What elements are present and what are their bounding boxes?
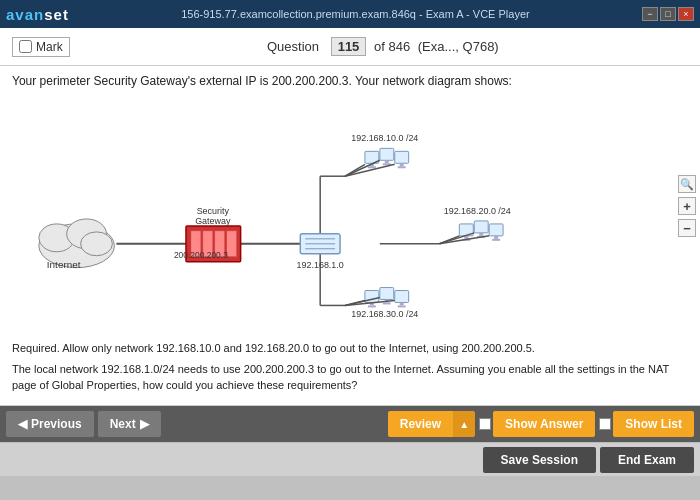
show-list-group: Show List <box>599 411 694 437</box>
review-group: Review ▲ <box>388 411 475 437</box>
zoom-in-button[interactable]: + <box>678 197 696 215</box>
svg-text:200.200.200.3: 200.200.200.3 <box>174 250 228 260</box>
svg-rect-38 <box>479 233 483 236</box>
next-arrow: ▶ <box>140 417 149 431</box>
end-exam-label: End Exam <box>618 453 676 467</box>
svg-point-10 <box>81 232 113 256</box>
save-session-label: Save Session <box>501 453 578 467</box>
review-button[interactable]: Review <box>388 411 453 437</box>
network-diagram: Internet Security Gateway 200.200.200.3 … <box>12 96 688 336</box>
network-svg: Internet Security Gateway 200.200.200.3 … <box>12 96 688 326</box>
show-list-checkbox[interactable] <box>599 418 611 430</box>
scroll-tools: 🔍 + − <box>678 175 696 237</box>
internet-label: Internet <box>47 259 81 270</box>
svg-rect-32 <box>398 166 406 168</box>
show-answer-group: Show Answer <box>479 411 595 437</box>
svg-text:192.168.10.0 /24: 192.168.10.0 /24 <box>351 133 418 143</box>
svg-text:192.168.30.0 /24: 192.168.30.0 /24 <box>351 309 418 319</box>
footer: Save Session End Exam <box>0 442 700 476</box>
question-header: Mark Question 115 of 846 (Exa..., Q768) <box>0 28 700 66</box>
svg-rect-49 <box>383 302 391 304</box>
svg-rect-47 <box>380 288 394 300</box>
svg-rect-50 <box>395 291 409 303</box>
search-icon[interactable]: 🔍 <box>678 175 696 193</box>
maximize-button[interactable]: □ <box>660 7 676 21</box>
svg-text:192.168.1.0: 192.168.1.0 <box>297 260 344 270</box>
window-title: 156-915.77.examcollection.premium.exam.8… <box>69 8 642 20</box>
svg-rect-30 <box>395 151 409 163</box>
required-text-2: The local network 192.168.1.0/24 needs t… <box>12 361 688 394</box>
show-list-button[interactable]: Show List <box>613 411 694 437</box>
review-dropdown-button[interactable]: ▲ <box>453 411 475 437</box>
title-bar: avanset 156-915.77.examcollection.premiu… <box>0 0 700 28</box>
svg-rect-37 <box>474 221 488 233</box>
end-exam-button[interactable]: End Exam <box>600 447 694 473</box>
window-controls[interactable]: − □ × <box>642 7 694 21</box>
mark-checkbox-label[interactable]: Mark <box>12 37 70 57</box>
svg-rect-42 <box>492 239 500 241</box>
svg-rect-51 <box>400 302 404 305</box>
svg-rect-40 <box>489 224 503 236</box>
mark-checkbox[interactable] <box>19 40 32 53</box>
svg-text:192.168.20.0 /24: 192.168.20.0 /24 <box>444 206 511 216</box>
app-logo: avanset <box>6 6 69 23</box>
previous-button[interactable]: ◀ Previous <box>6 411 94 437</box>
save-session-button[interactable]: Save Session <box>483 447 596 473</box>
question-text: Your perimeter Security Gateway's extern… <box>12 74 688 88</box>
svg-text:Gateway: Gateway <box>195 216 231 226</box>
review-label: Review <box>400 417 441 431</box>
show-answer-checkbox[interactable] <box>479 418 491 430</box>
svg-rect-52 <box>398 305 406 307</box>
close-button[interactable]: × <box>678 7 694 21</box>
question-navigation: Question 115 of 846 (Exa..., Q768) <box>78 39 688 54</box>
next-button[interactable]: Next ▶ <box>98 411 161 437</box>
show-answer-button[interactable]: Show Answer <box>493 411 595 437</box>
svg-rect-31 <box>400 163 404 166</box>
question-label: Question <box>267 39 319 54</box>
minimize-button[interactable]: − <box>642 7 658 21</box>
svg-text:Security: Security <box>197 206 230 216</box>
mark-label: Mark <box>36 40 63 54</box>
previous-label: Previous <box>31 417 82 431</box>
next-label: Next <box>110 417 136 431</box>
required-text-1: Required. Allow only network 192.168.10.… <box>12 340 688 357</box>
svg-rect-41 <box>494 236 498 239</box>
svg-rect-46 <box>368 305 376 307</box>
of-label: of 846 <box>374 39 410 54</box>
svg-rect-26 <box>368 166 376 168</box>
show-answer-label: Show Answer <box>505 417 583 431</box>
svg-rect-15 <box>227 231 237 257</box>
prev-arrow: ◀ <box>18 417 27 431</box>
zoom-out-button[interactable]: − <box>678 219 696 237</box>
svg-rect-27 <box>380 148 394 160</box>
show-list-label: Show List <box>625 417 682 431</box>
bottom-nav: ◀ Previous Next ▶ Review ▲ Show Answer S… <box>0 406 700 442</box>
main-content: Your perimeter Security Gateway's extern… <box>0 66 700 406</box>
exam-code: (Exa..., Q768) <box>418 39 499 54</box>
question-number: 115 <box>331 37 367 56</box>
svg-rect-28 <box>385 160 389 163</box>
